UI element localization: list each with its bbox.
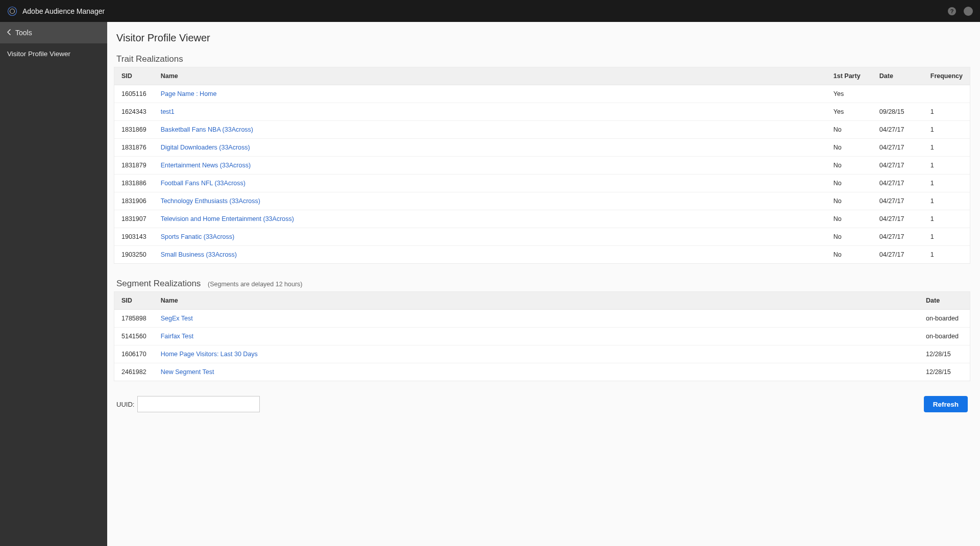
table-row: 2461982New Segment Test12/28/15 (114, 363, 970, 381)
table-row: 1831886Football Fans NFL (33Across)No04/… (114, 175, 970, 192)
trait-name-link[interactable]: Basketball Fans NBA (33Across) (161, 126, 253, 133)
trait-name-link[interactable]: Technology Enthusiasts (33Across) (161, 197, 260, 205)
segment-name-link[interactable]: SegEx Test (161, 315, 193, 322)
segments-section-header: Segment Realizations (Segments are delay… (114, 277, 970, 292)
trait-date: 04/27/17 (872, 246, 923, 264)
app-logo-icon (7, 6, 17, 16)
footer-row: UUID: Refresh (114, 394, 970, 416)
segments-delay-note: (Segments are delayed 12 hours) (208, 281, 303, 288)
trait-freq: 1 (923, 192, 970, 210)
segments-col-date[interactable]: Date (919, 292, 970, 310)
table-row: 1831879Entertainment News (33Across)No04… (114, 157, 970, 175)
table-row: 1605116Page Name : HomeYes (114, 85, 970, 103)
trait-freq: 1 (923, 175, 970, 192)
svg-point-1 (10, 9, 15, 13)
uuid-wrap: UUID: (116, 396, 260, 412)
trait-sid: 1831886 (114, 175, 154, 192)
table-row: 1831876Digital Downloaders (33Across)No0… (114, 139, 970, 157)
page-title: Visitor Profile Viewer (116, 32, 970, 44)
topbar: Adobe Audience Manager ? (0, 0, 980, 22)
sidebar-item-visitor-profile-viewer[interactable]: Visitor Profile Viewer (0, 43, 107, 64)
segment-date: 12/28/15 (919, 363, 970, 381)
segment-sid: 2461982 (114, 363, 154, 381)
main-wrap: Visitor Profile Viewer Trait Realization… (107, 22, 980, 546)
trait-date: 04/27/17 (872, 139, 923, 157)
chevron-left-icon (7, 29, 11, 37)
traits-col-name[interactable]: Name (154, 67, 826, 85)
svg-point-0 (8, 7, 17, 15)
segment-sid: 1785898 (114, 310, 154, 328)
trait-freq: 1 (923, 103, 970, 121)
trait-freq: 1 (923, 121, 970, 139)
trait-party: Yes (826, 85, 872, 103)
traits-table: SID Name 1st Party Date Frequency 160511… (114, 67, 970, 263)
segments-table: SID Name Date 1785898SegEx Teston-boarde… (114, 292, 970, 381)
trait-date: 04/27/17 (872, 157, 923, 175)
trait-name-link[interactable]: Television and Home Entertainment (33Acr… (161, 215, 294, 222)
trait-party: No (826, 175, 872, 192)
trait-party: No (826, 246, 872, 264)
uuid-input[interactable] (137, 396, 260, 412)
table-row: 1624343test1Yes09/28/151 (114, 103, 970, 121)
trait-sid: 1831879 (114, 157, 154, 175)
trait-party: No (826, 139, 872, 157)
traits-col-date[interactable]: Date (872, 67, 923, 85)
user-avatar-icon[interactable] (964, 7, 973, 16)
segments-col-name[interactable]: Name (154, 292, 919, 310)
shell: Tools Visitor Profile Viewer Visitor Pro… (0, 22, 980, 546)
segments-col-sid[interactable]: SID (114, 292, 154, 310)
help-icon[interactable]: ? (947, 7, 957, 16)
table-row: 1785898SegEx Teston-boarded (114, 310, 970, 328)
trait-freq: 1 (923, 210, 970, 228)
trait-sid: 1831869 (114, 121, 154, 139)
sidebar-item-label: Visitor Profile Viewer (7, 50, 70, 58)
trait-name-link[interactable]: Football Fans NFL (33Across) (161, 180, 246, 187)
trait-sid: 1831906 (114, 192, 154, 210)
segment-name-link[interactable]: New Segment Test (161, 368, 214, 376)
trait-sid: 1903250 (114, 246, 154, 264)
main-scroll[interactable]: Visitor Profile Viewer Trait Realization… (107, 22, 980, 546)
trait-freq: 1 (923, 228, 970, 246)
trait-name-link[interactable]: Entertainment News (33Across) (161, 162, 251, 169)
trait-freq: 1 (923, 246, 970, 264)
trait-sid: 1605116 (114, 85, 154, 103)
table-row: 1831869Basketball Fans NBA (33Across)No0… (114, 121, 970, 139)
trait-name-link[interactable]: Page Name : Home (161, 90, 217, 97)
trait-party: No (826, 228, 872, 246)
traits-col-sid[interactable]: SID (114, 67, 154, 85)
sidebar-back-tools[interactable]: Tools (0, 22, 107, 43)
trait-sid: 1831876 (114, 139, 154, 157)
traits-col-party[interactable]: 1st Party (826, 67, 872, 85)
traits-section-title: Trait Realizations (116, 54, 183, 64)
trait-freq (923, 85, 970, 103)
trait-date: 04/27/17 (872, 228, 923, 246)
app-title: Adobe Audience Manager (22, 7, 105, 15)
trait-freq: 1 (923, 139, 970, 157)
segment-name-link[interactable]: Home Page Visitors: Last 30 Days (161, 351, 258, 358)
svg-text:?: ? (950, 8, 954, 14)
table-row: 1903143Sports Fanatic (33Across)No04/27/… (114, 228, 970, 246)
trait-date: 04/27/17 (872, 192, 923, 210)
table-row: 1903250Small Business (33Across)No04/27/… (114, 246, 970, 264)
segments-section-title: Segment Realizations (116, 279, 201, 289)
segment-date: on-boarded (919, 310, 970, 328)
trait-sid: 1624343 (114, 103, 154, 121)
refresh-button[interactable]: Refresh (924, 396, 968, 412)
trait-sid: 1903143 (114, 228, 154, 246)
trait-name-link[interactable]: Sports Fanatic (33Across) (161, 233, 235, 240)
traits-col-freq[interactable]: Frequency (923, 67, 970, 85)
trait-party: No (826, 157, 872, 175)
trait-party: No (826, 210, 872, 228)
topbar-right: ? (947, 7, 973, 16)
trait-name-link[interactable]: Small Business (33Across) (161, 251, 237, 258)
trait-name-link[interactable]: Digital Downloaders (33Across) (161, 144, 250, 151)
uuid-label: UUID: (116, 401, 134, 408)
trait-sid: 1831907 (114, 210, 154, 228)
segment-date: on-boarded (919, 328, 970, 345)
segment-date: 12/28/15 (919, 345, 970, 363)
trait-party: No (826, 121, 872, 139)
segment-name-link[interactable]: Fairfax Test (161, 333, 193, 340)
sidebar: Tools Visitor Profile Viewer (0, 22, 107, 546)
trait-date: 09/28/15 (872, 103, 923, 121)
trait-name-link[interactable]: test1 (161, 108, 175, 115)
